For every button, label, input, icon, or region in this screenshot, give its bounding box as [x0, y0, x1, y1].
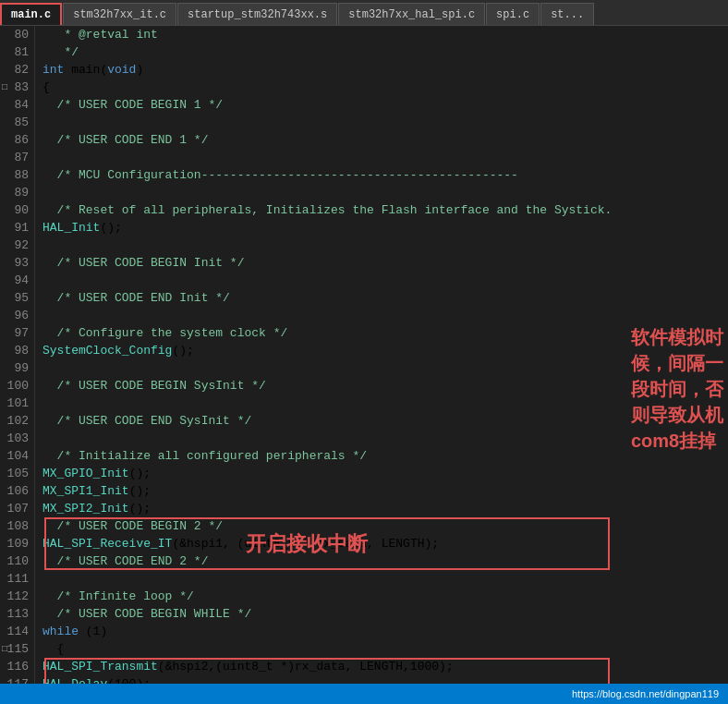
line-number-106: 106: [0, 482, 29, 500]
line-number-117: 117: [0, 675, 29, 684]
line-number-116: 116: [0, 658, 29, 675]
code-line-112: /* Infinite loop */: [42, 588, 728, 605]
line-number-97: 97: [0, 324, 29, 342]
code-line-87: [42, 149, 728, 166]
code-line-92: [42, 237, 728, 254]
code-line-98: SystemClock_Config();: [42, 342, 728, 359]
tab-hal-spi[interactable]: stm32h7xx_hal_spi.c: [338, 3, 485, 25]
line-number-101: 101: [0, 394, 29, 412]
line-number-99: 99: [0, 359, 29, 377]
line-number-94: 94: [0, 272, 29, 289]
line-number-89: 89: [0, 184, 29, 201]
tab-main-c-label: main.c: [11, 8, 51, 21]
line-number-90: 90: [0, 201, 29, 219]
code-line-110: /* USER CODE END 2 */: [42, 552, 728, 570]
code-line-91: HAL_Init();: [42, 219, 728, 237]
line-number-83: 83: [0, 79, 29, 96]
code-line-106: MX_SPI1_Init();: [42, 482, 728, 500]
code-line-109: HAL_SPI_Receive_IT(&hspi1, (uint8_t *)rx…: [42, 535, 728, 552]
line-number-82: 82: [0, 61, 29, 79]
line-number-112: 112: [0, 588, 29, 605]
code-line-116: HAL_SPI_Transmit(&hspi2,(uint8_t *)rx_da…: [42, 658, 728, 675]
tab-st-label: st...: [551, 8, 584, 21]
editor-container: 8081828384858687888990919293949596979899…: [0, 26, 728, 684]
line-numbers: 8081828384858687888990919293949596979899…: [0, 26, 35, 684]
line-number-110: 110: [0, 552, 29, 570]
code-line-90: /* Reset of all peripherals, Initializes…: [42, 201, 728, 219]
line-number-111: 111: [0, 570, 29, 588]
code-line-104: /* Initialize all configured peripherals…: [42, 447, 728, 465]
line-number-91: 91: [0, 219, 29, 237]
line-number-109: 109: [0, 535, 29, 552]
tab-hal-spi-label: stm32h7xx_hal_spi.c: [348, 8, 475, 21]
code-line-113: /* USER CODE BEGIN WHILE */: [42, 605, 728, 623]
line-number-96: 96: [0, 307, 29, 324]
tab-stm32h7xx-it-label: stm32h7xx_it.c: [73, 8, 166, 21]
line-number-85: 85: [0, 114, 29, 131]
code-line-95: /* USER CODE END Init */: [42, 289, 728, 307]
line-number-93: 93: [0, 254, 29, 272]
code-line-108: /* USER CODE BEGIN 2 */: [42, 517, 728, 535]
status-bar: https://blog.csdn.net/dingpan119: [0, 684, 728, 704]
tab-spi-label: spi.c: [496, 8, 529, 21]
code-line-80: * @retval int: [42, 26, 728, 43]
code-line-83: {: [42, 79, 728, 96]
code-line-107: MX_SPI2_Init();: [42, 500, 728, 517]
code-line-105: MX_GPIO_Init();: [42, 465, 728, 482]
status-url: https://blog.csdn.net/dingpan119: [572, 688, 719, 699]
tab-startup-label: startup_stm32h743xx.s: [188, 8, 327, 21]
line-number-86: 86: [0, 131, 29, 149]
code-line-101: [42, 394, 728, 412]
code-line-115: {: [42, 640, 728, 658]
code-area[interactable]: * @retval int */int main(void){ /* USER …: [35, 26, 728, 684]
code-line-97: /* Configure the system clock */: [42, 324, 728, 342]
tab-stm32h7xx-it[interactable]: stm32h7xx_it.c: [63, 3, 176, 25]
tab-spi[interactable]: spi.c: [486, 3, 540, 25]
line-number-104: 104: [0, 447, 29, 465]
code-line-85: [42, 114, 728, 131]
code-line-86: /* USER CODE END 1 */: [42, 131, 728, 149]
code-line-89: [42, 184, 728, 201]
tab-st[interactable]: st...: [540, 3, 594, 25]
line-number-105: 105: [0, 465, 29, 482]
line-number-95: 95: [0, 289, 29, 307]
code-line-103: [42, 430, 728, 447]
line-number-80: 80: [0, 26, 29, 43]
line-number-114: 114: [0, 623, 29, 640]
code-line-94: [42, 272, 728, 289]
tab-startup[interactable]: startup_stm32h743xx.s: [177, 3, 337, 25]
line-number-100: 100: [0, 377, 29, 394]
line-number-108: 108: [0, 517, 29, 535]
code-line-114: while (1): [42, 623, 728, 640]
code-line-81: */: [42, 43, 728, 61]
line-number-87: 87: [0, 149, 29, 166]
line-number-98: 98: [0, 342, 29, 359]
code-line-93: /* USER CODE BEGIN Init */: [42, 254, 728, 272]
annotation-right: 软件模拟时候，间隔一段时间，否则导致从机com8挂掉: [631, 324, 723, 454]
code-line-100: /* USER CODE BEGIN SysInit */: [42, 377, 728, 394]
line-number-107: 107: [0, 500, 29, 517]
tab-main-c[interactable]: main.c: [0, 3, 62, 25]
code-line-102: /* USER CODE END SysInit */: [42, 412, 728, 430]
annotation-inline: 开启接收中断: [246, 530, 368, 558]
line-number-102: 102: [0, 412, 29, 430]
line-number-103: 103: [0, 430, 29, 447]
line-number-84: 84: [0, 96, 29, 114]
code-line-99: [42, 359, 728, 377]
line-number-88: 88: [0, 166, 29, 184]
code-line-88: /* MCU Configuration--------------------…: [42, 166, 728, 184]
tab-bar: main.c stm32h7xx_it.c startup_stm32h743x…: [0, 0, 728, 26]
code-line-111: [42, 570, 728, 588]
line-number-92: 92: [0, 237, 29, 254]
line-number-81: 81: [0, 43, 29, 61]
code-line-117: HAL_Delay(100);: [42, 675, 728, 684]
code-line-96: [42, 307, 728, 324]
code-line-84: /* USER CODE BEGIN 1 */: [42, 96, 728, 114]
line-number-113: 113: [0, 605, 29, 623]
line-number-115: 115: [0, 640, 29, 658]
code-line-82: int main(void): [42, 61, 728, 79]
